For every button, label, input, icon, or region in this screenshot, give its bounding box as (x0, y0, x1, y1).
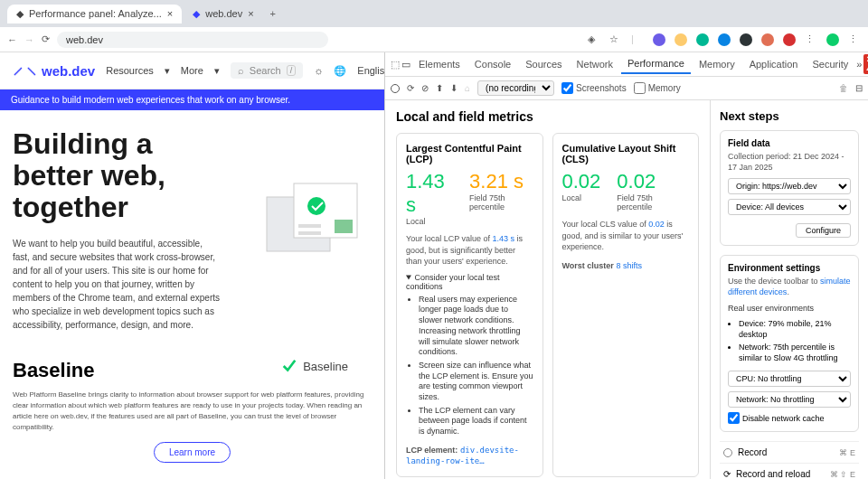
real-user-label: Real user environments (728, 304, 851, 315)
tab-memory[interactable]: Memory (693, 55, 741, 73)
tab-favicon: ◆ (193, 8, 200, 20)
consider-summary[interactable]: Consider your local test conditions (406, 273, 533, 291)
cls-field-value: 0.02 (617, 170, 689, 193)
worst-cluster-link[interactable]: 8 shifts (616, 261, 642, 270)
reload-icon[interactable]: ⟳ (407, 83, 414, 93)
nav-more[interactable]: More (181, 65, 203, 76)
memory-toggle[interactable]: Memory (634, 82, 681, 94)
extensions-icon[interactable]: ⋮ (805, 33, 817, 46)
cpu-throttle-select[interactable]: CPU: No throttling (728, 371, 851, 387)
site-header: ⟋⟍ web.dev Resources ▾ More ▾ ⌕ Search /… (0, 52, 384, 89)
screenshots-toggle[interactable]: Screenshots (561, 82, 627, 94)
browser-tab-active[interactable]: ◆ Performance panel: Analyze... × (7, 5, 182, 23)
search-icon: ⌕ (238, 65, 244, 76)
metrics-title: Local and field metrics (396, 109, 699, 124)
record-button[interactable]: Record ⌘ E (720, 441, 859, 463)
baseline-body: Web Platform Baseline brings clarity to … (13, 390, 372, 433)
learn-more-button[interactable]: Learn more (154, 442, 231, 463)
avatar[interactable] (826, 33, 839, 46)
chevron-down-icon[interactable]: ▾ (214, 65, 220, 77)
close-icon[interactable]: × (248, 8, 253, 19)
search-input[interactable]: ⌕ Search / (231, 62, 303, 79)
forward-icon[interactable]: → (24, 34, 34, 45)
collapse-icon[interactable]: ⊟ (855, 83, 863, 93)
ext-icon[interactable] (783, 33, 796, 46)
chevron-down-icon[interactable]: ▾ (165, 65, 170, 77)
ext-icon[interactable] (740, 33, 752, 46)
guidance-banner: Guidance to build modern web experiences… (0, 89, 384, 110)
device-select[interactable]: Device: All devices (728, 199, 851, 215)
back-icon[interactable]: ← (7, 34, 17, 45)
recording-select[interactable]: (no recordings) (477, 80, 554, 96)
svg-rect-5 (298, 231, 321, 235)
ext-icon[interactable] (696, 33, 709, 46)
ext-icon[interactable] (761, 33, 774, 46)
ext-icon[interactable] (653, 33, 665, 46)
gem-icon[interactable]: ◈ (588, 33, 600, 46)
lcp-element: LCP element: div.devsite-landing-row-ite… (406, 445, 533, 467)
field-data-title: Field data (728, 138, 851, 148)
tab-performance[interactable]: Performance (621, 54, 691, 74)
tab-security[interactable]: Security (806, 55, 854, 73)
errors-badge[interactable]: ✖ 4 (863, 54, 868, 74)
tab-favicon: ◆ (16, 8, 24, 20)
tab-network[interactable]: Network (571, 55, 619, 73)
cls-card: Cumulative Layout Shift (CLS) 0.02 Local… (552, 133, 700, 477)
cls-desc: Your local CLS value of 0.02 is good, an… (562, 219, 690, 253)
ext-icon[interactable] (675, 33, 687, 46)
baseline-badge: Baseline (281, 358, 348, 374)
configure-button[interactable]: Configure (796, 223, 851, 238)
lcp-considerations[interactable]: Consider your local test conditions Real… (406, 273, 533, 437)
origin-select[interactable]: Origin: https://web.dev (728, 178, 851, 194)
lcp-card: Largest Contentful Paint (LCP) 1.43 s Lo… (396, 133, 543, 477)
history-icon[interactable]: ⌂ (465, 83, 470, 93)
trash-icon[interactable]: 🗑 (839, 83, 848, 93)
devtools-tabs: ⬚ ▭ Elements Console Sources Network Per… (385, 52, 868, 77)
collection-period: Collection period: 21 Dec 2024 - 17 Jan … (728, 152, 851, 173)
cls-title: Cumulative Layout Shift (CLS) (562, 143, 690, 164)
lcp-local-value: 1.43 s (406, 170, 453, 217)
lcp-desc: Your local LCP value of 1.43 s is good, … (406, 233, 533, 268)
tab-elements[interactable]: Elements (412, 55, 467, 73)
perf-toolbar: ⟳ ⊘ ⬆ ⬇ ⌂ (no recordings) Screenshots Me… (385, 77, 868, 100)
tab-console[interactable]: Console (468, 55, 517, 73)
ext-icon[interactable] (718, 33, 731, 46)
record-icon (723, 448, 732, 457)
star-icon[interactable]: ☆ (609, 33, 622, 46)
network-throttle-select[interactable]: Network: No throttling (728, 391, 851, 408)
device-icon[interactable]: ▭ (401, 59, 410, 70)
env-settings-title: Environment settings (728, 263, 851, 273)
close-icon[interactable]: × (167, 8, 173, 19)
svg-point-2 (307, 197, 326, 215)
tab-sources[interactable]: Sources (519, 55, 568, 73)
theme-icon[interactable]: ☼ (314, 65, 323, 76)
lcp-field-value: 3.21 s (469, 170, 533, 193)
lang-select[interactable]: English (357, 65, 384, 76)
svg-rect-4 (298, 224, 321, 228)
tab-application[interactable]: Application (743, 55, 805, 73)
clear-icon[interactable]: ⊘ (421, 83, 429, 93)
reload-icon[interactable]: ⟳ (42, 33, 50, 45)
menu-icon[interactable]: ⋮ (848, 33, 861, 46)
disable-cache-toggle[interactable]: Disable network cache (728, 412, 851, 424)
record-icon[interactable] (391, 84, 400, 93)
cls-worst: Worst cluster 8 shifts (562, 260, 690, 272)
site-logo[interactable]: ⟋⟍ web.dev (11, 63, 95, 79)
hero-illustration (249, 170, 375, 269)
record-reload-button[interactable]: ⟳ Record and reload ⌘ ⇧ E (720, 463, 859, 479)
inspect-icon[interactable]: ⬚ (391, 59, 400, 70)
page-viewport: ⟋⟍ web.dev Resources ▾ More ▾ ⌕ Search /… (0, 52, 384, 479)
browser-tab[interactable]: ◆ web.dev × (184, 5, 262, 23)
tab-title: web.dev (205, 8, 242, 19)
env-text: Use the device toolbar to simulate diffe… (728, 277, 851, 297)
nav-resources[interactable]: Resources (106, 65, 154, 76)
hero-body: We want to help you build beautiful, acc… (13, 237, 221, 332)
download-icon[interactable]: ⬇ (450, 83, 458, 93)
new-tab-icon[interactable]: + (270, 8, 276, 19)
url-input[interactable]: web.dev (57, 32, 328, 48)
more-tabs-icon[interactable]: » (856, 59, 862, 70)
reload-icon: ⟳ (723, 469, 731, 479)
globe-icon: 🌐 (334, 65, 346, 77)
separator: | (631, 33, 644, 46)
upload-icon[interactable]: ⬆ (436, 83, 443, 93)
